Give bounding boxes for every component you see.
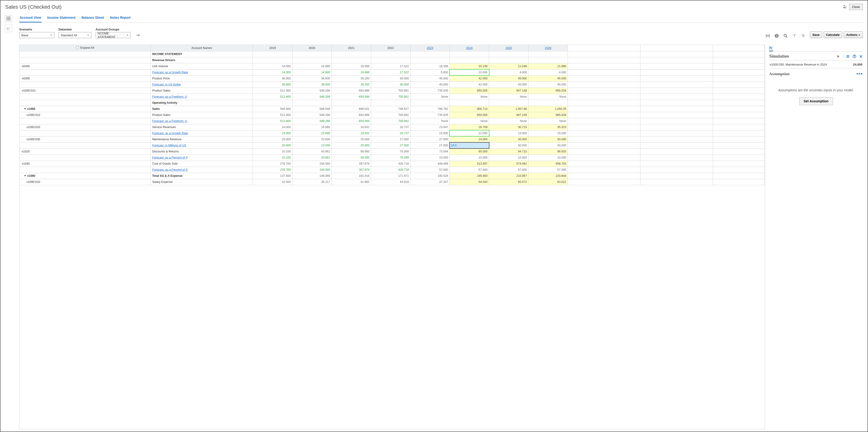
cell[interactable]: 24.000 xyxy=(450,136,489,142)
cell[interactable]: 700.891 xyxy=(371,118,410,124)
cell[interactable]: 10.000 xyxy=(528,155,568,161)
cell[interactable]: None xyxy=(489,94,528,100)
cell[interactable]: 94.715 xyxy=(489,149,528,155)
cell[interactable]: 23.847 xyxy=(410,124,450,130)
cell[interactable]: 548.268 xyxy=(292,118,332,124)
cell[interactable]: 735.935 xyxy=(410,88,450,94)
cell[interactable]: 14.980 xyxy=(292,69,332,75)
cell[interactable]: 27.000 xyxy=(371,142,410,149)
cell[interactable]: 10.000 xyxy=(450,69,489,75)
cell[interactable]: 10.000 xyxy=(450,155,489,161)
cell[interactable]: 512.400 xyxy=(253,94,292,100)
cell[interactable]: 36.600 xyxy=(292,75,332,82)
cell[interactable]: 276.700 xyxy=(253,167,292,173)
cell[interactable]: 20.000 xyxy=(253,142,292,149)
cell[interactable]: 36.600 xyxy=(253,75,292,82)
user-share-icon[interactable] xyxy=(842,4,847,9)
forecast-link[interactable]: Forecast: as a Freeform: U xyxy=(152,95,187,98)
play-icon[interactable] xyxy=(836,55,840,58)
cell[interactable]: 947.148 xyxy=(489,112,528,118)
cell[interactable]: 15.000 xyxy=(528,130,568,136)
cell[interactable]: 20.737 xyxy=(371,124,410,130)
cell[interactable]: None xyxy=(410,118,450,124)
dataview-dropdown[interactable]: Standard All xyxy=(59,32,91,38)
year-header-2025[interactable]: 2025 xyxy=(489,45,528,51)
tab-balance-sheet[interactable]: Balance Sheet xyxy=(81,14,104,22)
cell[interactable]: 42.000 xyxy=(450,75,489,82)
cell[interactable]: 35.323 xyxy=(528,124,568,130)
tab-income-statement[interactable]: Income Statement xyxy=(47,14,76,22)
actions-button[interactable]: Actions ▼ xyxy=(844,31,863,38)
cell[interactable]: 4.000 xyxy=(528,69,568,75)
cell[interactable]: 180.526 xyxy=(410,173,450,179)
cell[interactable]: 985.034 xyxy=(528,88,568,94)
cell-editor[interactable] xyxy=(450,143,489,148)
cell[interactable] xyxy=(450,142,489,149)
cell[interactable]: 14.000 xyxy=(253,69,292,75)
list-icon[interactable] xyxy=(846,55,850,58)
cell[interactable]: 10.000 xyxy=(410,155,450,161)
cell[interactable]: 574.482 xyxy=(489,161,528,167)
close-panel-icon[interactable] xyxy=(859,55,863,58)
cell[interactable]: 47.207 xyxy=(410,179,450,185)
cell[interactable]: 900.714 xyxy=(450,106,489,112)
cell[interactable]: 512.400 xyxy=(253,118,292,124)
cell[interactable]: 43.861 xyxy=(292,155,332,161)
cell[interactable]: 10.100 xyxy=(253,155,292,161)
forecast-link[interactable]: Forecast: as a Growth Rate xyxy=(152,71,188,74)
cell[interactable]: 4.000 xyxy=(489,69,528,75)
cell[interactable]: 700.891 xyxy=(371,112,410,118)
cell[interactable]: 512.400 xyxy=(253,88,292,94)
cell[interactable]: 700.891 xyxy=(371,94,410,100)
cell[interactable]: 748.627 xyxy=(371,106,410,112)
help-icon[interactable] xyxy=(852,55,856,58)
cell[interactable]: 1,050.35 xyxy=(528,106,568,112)
cell[interactable]: 36.600 xyxy=(253,82,292,88)
cell[interactable]: 210.967 xyxy=(489,173,528,179)
cell[interactable]: 10.000 xyxy=(489,155,528,161)
cell[interactable]: 1,007.86 xyxy=(489,106,528,112)
cell[interactable]: 735.935 xyxy=(410,112,450,118)
forecast-link[interactable]: Forecast: as a Percent of S xyxy=(152,168,188,172)
cell[interactable]: 40.000 xyxy=(410,82,450,88)
expand-all-header[interactable]: Expand All xyxy=(20,45,151,51)
cell[interactable]: 70.089 xyxy=(371,149,410,155)
cell[interactable]: 148.066 xyxy=(292,173,332,179)
cell[interactable]: 18.032 xyxy=(332,124,371,130)
expand-horizontal-icon[interactable] xyxy=(766,33,770,38)
cell[interactable]: 397.878 xyxy=(332,161,371,167)
cell[interactable]: 700.891 xyxy=(371,88,410,94)
cell[interactable]: 850.005 xyxy=(450,88,489,94)
tab-notes-report[interactable]: Notes Report xyxy=(110,14,131,22)
year-header-2024[interactable]: 2024 xyxy=(450,45,489,51)
cell[interactable]: 14.980 xyxy=(292,63,332,69)
search-icon[interactable] xyxy=(783,33,788,38)
simulation-tab-icon[interactable] xyxy=(769,45,773,51)
cell[interactable]: None xyxy=(450,94,489,100)
year-header-2026[interactable]: 2026 xyxy=(528,45,568,51)
cell[interactable]: 171.871 xyxy=(371,173,410,179)
cell[interactable]: 448.466 xyxy=(410,161,450,167)
cell[interactable]: 98.503 xyxy=(528,149,568,155)
cell[interactable]: 512.400 xyxy=(253,112,292,118)
cell[interactable]: 5.000 xyxy=(410,69,450,75)
cell[interactable]: None xyxy=(489,118,528,124)
cell[interactable]: 27.000 xyxy=(410,142,450,149)
cell[interactable]: 63.021 xyxy=(528,179,568,185)
close-button[interactable]: Close xyxy=(849,4,863,10)
info-icon[interactable] xyxy=(774,33,779,38)
cell[interactable]: 45.000 xyxy=(528,75,568,82)
go-arrow-icon[interactable] xyxy=(135,33,140,38)
cell[interactable]: None xyxy=(528,118,568,124)
cell[interactable]: 57.000 xyxy=(450,167,489,173)
tab-account-view[interactable]: Account View xyxy=(19,14,42,23)
filter-icon[interactable] xyxy=(792,33,797,38)
cell[interactable]: 32.000 xyxy=(253,179,292,185)
cell[interactable]: 20.000 xyxy=(253,136,292,142)
cell[interactable]: 276.700 xyxy=(253,161,292,167)
cell[interactable]: 20.737 xyxy=(371,130,410,136)
cell[interactable]: 548.268 xyxy=(292,88,332,94)
cell[interactable]: 45.000 xyxy=(489,82,528,88)
cell[interactable]: 195.893 xyxy=(450,173,489,179)
cell[interactable]: 39.250 xyxy=(332,82,371,88)
